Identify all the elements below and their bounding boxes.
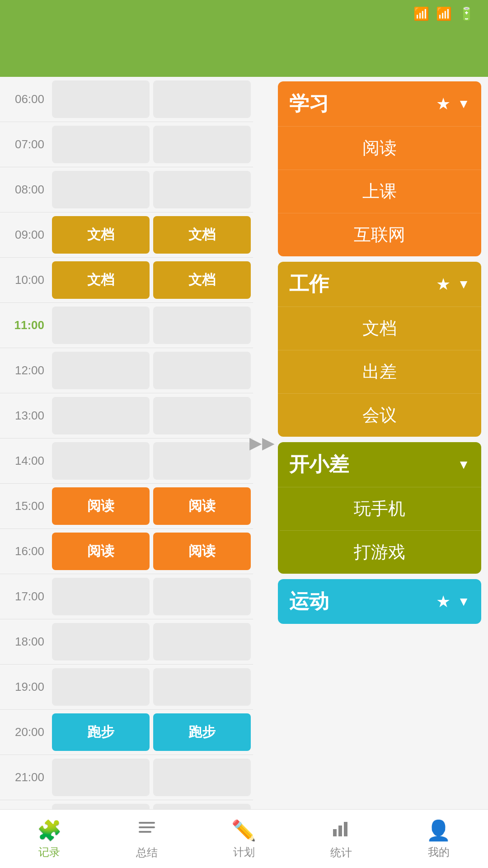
time-label: 15:00	[0, 484, 50, 528]
category-header-study[interactable]: 学习★▼	[278, 81, 481, 126]
time-row: 10:00文档文档	[0, 258, 253, 303]
slot[interactable]	[153, 80, 251, 118]
signal-icon: 📶	[436, 6, 452, 21]
category-card-study: 学习★▼阅读上课互联网	[278, 81, 481, 256]
category-item[interactable]: 互联网	[278, 213, 481, 256]
slot[interactable]	[153, 397, 251, 434]
slot[interactable]	[153, 668, 251, 706]
time-row: 20:00跑步跑步	[0, 710, 253, 755]
category-item[interactable]: 出差	[278, 350, 481, 393]
star-icon: ★	[436, 275, 450, 294]
category-notch	[278, 180, 280, 203]
category-item[interactable]: 打游戏	[278, 530, 481, 574]
category-header-sport[interactable]: 运动★▼	[278, 579, 481, 624]
time-slots: 跑步跑步	[50, 710, 253, 755]
nav-item-stats[interactable]: 统计	[330, 818, 352, 860]
slot[interactable]: 文档	[153, 216, 251, 254]
time-label: 16:00	[0, 529, 50, 574]
svg-rect-0	[139, 822, 155, 824]
slot[interactable]	[52, 668, 150, 706]
time-slots	[50, 755, 253, 800]
slot[interactable]	[52, 307, 150, 344]
plan-icon: ✏️	[231, 819, 256, 842]
slot[interactable]	[52, 623, 150, 660]
header	[0, 27, 488, 77]
nav-item-plan[interactable]: ✏️ 计划	[231, 819, 256, 859]
category-card-work: 工作★▼文档出差会议	[278, 262, 481, 437]
time-label: 11:00	[0, 303, 50, 348]
slot[interactable]	[52, 352, 150, 389]
category-notch	[278, 519, 280, 542]
slot[interactable]: 跑步	[153, 713, 251, 751]
slot[interactable]: 文档	[52, 216, 150, 254]
side-panel-toggle[interactable]: ▶▶	[253, 77, 271, 809]
slot[interactable]	[52, 759, 150, 796]
slot[interactable]	[153, 352, 251, 389]
time-row: 08:00	[0, 167, 253, 212]
category-card-sport: 运动★▼	[278, 579, 481, 624]
category-title: 运动	[289, 588, 329, 615]
slot[interactable]: 阅读	[52, 487, 150, 525]
slot[interactable]: 文档	[153, 261, 251, 299]
time-label: 21:00	[0, 755, 50, 800]
slot[interactable]	[153, 307, 251, 344]
slot[interactable]: 文档	[52, 261, 150, 299]
time-row: 09:00文档文档	[0, 212, 253, 258]
nav-item-summary[interactable]: 总结	[136, 818, 158, 860]
time-row: 16:00阅读阅读	[0, 529, 253, 574]
slot[interactable]: 跑步	[52, 713, 150, 751]
time-row: 14:00	[0, 439, 253, 484]
category-header-work[interactable]: 工作★▼	[278, 262, 481, 307]
slot[interactable]	[52, 578, 150, 615]
slot[interactable]	[153, 126, 251, 163]
bottom-navigation: 🧩 记录 总结 ✏️ 计划 统计 👤 我的	[0, 809, 488, 868]
time-row: 15:00阅读阅读	[0, 484, 253, 529]
right-panel: 学习★▼阅读上课互联网工作★▼文档出差会议开小差▼玩手机打游戏运动★▼	[271, 77, 488, 809]
slot[interactable]	[52, 804, 150, 809]
time-slots	[50, 303, 253, 348]
category-items: 玩手机打游戏	[278, 487, 481, 574]
slot[interactable]	[52, 442, 150, 480]
category-item[interactable]: 阅读	[278, 126, 481, 170]
time-label: 20:00	[0, 710, 50, 755]
main-content: 06:0007:0008:0009:00文档文档10:00文档文档11:0012…	[0, 77, 488, 809]
category-header-icons: ▼	[457, 458, 470, 472]
category-item[interactable]: 上课	[278, 170, 481, 213]
slot[interactable]	[52, 80, 150, 118]
slot[interactable]: 阅读	[52, 533, 150, 570]
slot[interactable]	[153, 623, 251, 660]
chevron-down-icon: ▼	[457, 594, 470, 609]
svg-rect-4	[338, 826, 342, 836]
slot[interactable]	[52, 126, 150, 163]
slot[interactable]	[52, 397, 150, 434]
time-slots: 文档文档	[50, 258, 253, 302]
nav-item-record[interactable]: 🧩 记录	[37, 819, 62, 859]
slot[interactable]	[52, 171, 150, 208]
time-label: 06:00	[0, 77, 50, 122]
time-slots	[50, 800, 253, 809]
category-header-slack[interactable]: 开小差▼	[278, 442, 481, 487]
category-item[interactable]: 玩手机	[278, 487, 481, 530]
slot[interactable]: 阅读	[153, 533, 251, 570]
record-icon: 🧩	[37, 819, 62, 842]
nav-item-mine[interactable]: 👤 我的	[426, 819, 451, 859]
category-item[interactable]: 会议	[278, 393, 481, 437]
time-row: 12:00	[0, 348, 253, 393]
category-title: 学习	[289, 90, 329, 117]
slot[interactable]	[153, 171, 251, 208]
time-slots	[50, 393, 253, 438]
star-icon: ★	[436, 94, 450, 113]
wifi-icon: 📶	[413, 6, 429, 21]
slot[interactable]	[153, 578, 251, 615]
time-label: 07:00	[0, 122, 50, 167]
category-item[interactable]: 文档	[278, 307, 481, 350]
time-slots	[50, 348, 253, 393]
slot[interactable]	[153, 442, 251, 480]
status-icons: 📶 📶 🔋	[413, 6, 474, 21]
slot[interactable]: 阅读	[153, 487, 251, 525]
calendar-area: 06:0007:0008:0009:00文档文档10:00文档文档11:0012…	[0, 77, 253, 809]
slot[interactable]	[153, 759, 251, 796]
slot[interactable]	[153, 804, 251, 809]
time-row: 06:00	[0, 77, 253, 122]
category-card-slack: 开小差▼玩手机打游戏	[278, 442, 481, 574]
